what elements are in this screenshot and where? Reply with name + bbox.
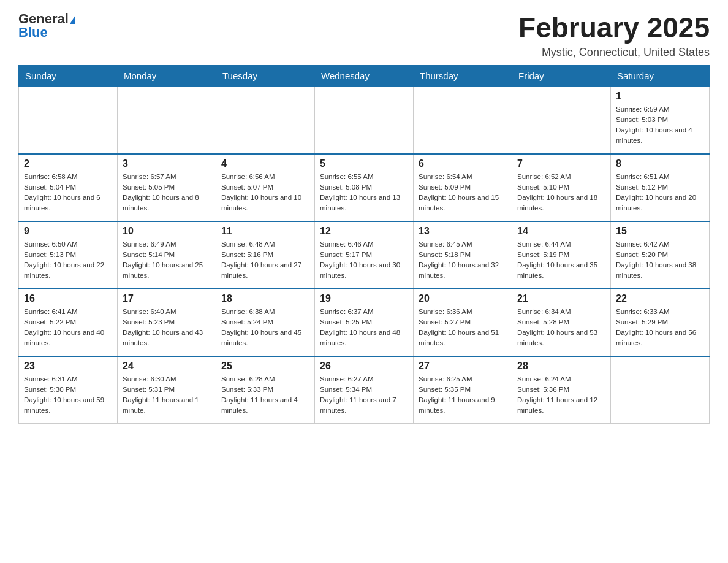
title-block: February 2025 Mystic, Connecticut, Unite… [518, 12, 710, 59]
calendar-cell: 14Sunrise: 6:44 AMSunset: 5:19 PMDayligh… [512, 221, 611, 289]
calendar-cell [611, 356, 710, 424]
logo-blue: Blue [18, 26, 48, 39]
day-number: 24 [123, 361, 211, 372]
calendar-header-row: Sunday Monday Tuesday Wednesday Thursday… [19, 65, 710, 86]
day-number: 15 [616, 226, 704, 237]
day-info: Sunrise: 6:36 AMSunset: 5:27 PMDaylight:… [419, 307, 507, 349]
day-number: 2 [24, 158, 112, 169]
calendar-cell: 10Sunrise: 6:49 AMSunset: 5:14 PMDayligh… [118, 221, 216, 289]
day-info: Sunrise: 6:31 AMSunset: 5:30 PMDaylight:… [24, 374, 112, 416]
calendar-week-row: 9Sunrise: 6:50 AMSunset: 5:13 PMDaylight… [19, 221, 710, 289]
calendar-cell: 27Sunrise: 6:25 AMSunset: 5:35 PMDayligh… [414, 356, 512, 424]
calendar-cell: 7Sunrise: 6:52 AMSunset: 5:10 PMDaylight… [512, 154, 611, 221]
day-info: Sunrise: 6:59 AMSunset: 5:03 PMDaylight:… [616, 104, 704, 147]
calendar-cell [19, 86, 118, 154]
day-info: Sunrise: 6:57 AMSunset: 5:05 PMDaylight:… [123, 172, 211, 214]
calendar-cell: 8Sunrise: 6:51 AMSunset: 5:12 PMDaylight… [611, 154, 710, 221]
day-number: 4 [221, 158, 309, 169]
logo-text: General [18, 12, 75, 26]
logo: General Blue [18, 12, 75, 39]
calendar-cell: 2Sunrise: 6:58 AMSunset: 5:04 PMDaylight… [19, 154, 118, 221]
calendar-cell: 19Sunrise: 6:37 AMSunset: 5:25 PMDayligh… [315, 289, 414, 356]
calendar-cell [118, 86, 216, 154]
day-number: 13 [419, 226, 507, 237]
calendar-table: Sunday Monday Tuesday Wednesday Thursday… [18, 65, 710, 424]
day-number: 27 [419, 361, 507, 372]
calendar-cell: 13Sunrise: 6:45 AMSunset: 5:18 PMDayligh… [414, 221, 512, 289]
col-monday: Monday [118, 65, 216, 86]
day-info: Sunrise: 6:25 AMSunset: 5:35 PMDaylight:… [419, 374, 507, 416]
day-number: 14 [517, 226, 605, 237]
logo-triangle-icon [70, 15, 75, 24]
day-info: Sunrise: 6:48 AMSunset: 5:16 PMDaylight:… [221, 239, 309, 282]
calendar-cell: 20Sunrise: 6:36 AMSunset: 5:27 PMDayligh… [414, 289, 512, 356]
day-number: 21 [517, 293, 605, 304]
calendar-cell: 16Sunrise: 6:41 AMSunset: 5:22 PMDayligh… [19, 289, 118, 356]
day-info: Sunrise: 6:42 AMSunset: 5:20 PMDaylight:… [616, 239, 704, 282]
day-number: 25 [221, 361, 309, 372]
day-info: Sunrise: 6:52 AMSunset: 5:10 PMDaylight:… [517, 172, 605, 214]
day-info: Sunrise: 6:54 AMSunset: 5:09 PMDaylight:… [419, 172, 507, 214]
day-info: Sunrise: 6:56 AMSunset: 5:07 PMDaylight:… [221, 172, 309, 214]
calendar-cell: 15Sunrise: 6:42 AMSunset: 5:20 PMDayligh… [611, 221, 710, 289]
calendar-cell: 11Sunrise: 6:48 AMSunset: 5:16 PMDayligh… [216, 221, 315, 289]
day-info: Sunrise: 6:45 AMSunset: 5:18 PMDaylight:… [419, 239, 507, 282]
day-info: Sunrise: 6:49 AMSunset: 5:14 PMDaylight:… [123, 239, 211, 282]
day-number: 9 [24, 226, 112, 237]
col-saturday: Saturday [611, 65, 710, 86]
day-info: Sunrise: 6:37 AMSunset: 5:25 PMDaylight:… [320, 307, 408, 349]
calendar-cell: 1Sunrise: 6:59 AMSunset: 5:03 PMDaylight… [611, 86, 710, 154]
calendar-week-row: 16Sunrise: 6:41 AMSunset: 5:22 PMDayligh… [19, 289, 710, 356]
day-number: 20 [419, 293, 507, 304]
col-sunday: Sunday [19, 65, 118, 86]
day-number: 19 [320, 293, 408, 304]
calendar-cell [216, 86, 315, 154]
day-info: Sunrise: 6:33 AMSunset: 5:29 PMDaylight:… [616, 307, 704, 349]
day-number: 7 [517, 158, 605, 169]
day-number: 22 [616, 293, 704, 304]
col-tuesday: Tuesday [216, 65, 315, 86]
day-info: Sunrise: 6:28 AMSunset: 5:33 PMDaylight:… [221, 374, 309, 416]
day-number: 11 [221, 226, 309, 237]
calendar-cell: 17Sunrise: 6:40 AMSunset: 5:23 PMDayligh… [118, 289, 216, 356]
day-number: 23 [24, 361, 112, 372]
calendar-cell: 5Sunrise: 6:55 AMSunset: 5:08 PMDaylight… [315, 154, 414, 221]
day-number: 26 [320, 361, 408, 372]
calendar-cell: 26Sunrise: 6:27 AMSunset: 5:34 PMDayligh… [315, 356, 414, 424]
calendar-cell: 12Sunrise: 6:46 AMSunset: 5:17 PMDayligh… [315, 221, 414, 289]
day-info: Sunrise: 6:40 AMSunset: 5:23 PMDaylight:… [123, 307, 211, 349]
calendar-cell: 23Sunrise: 6:31 AMSunset: 5:30 PMDayligh… [19, 356, 118, 424]
day-number: 6 [419, 158, 507, 169]
calendar-cell: 3Sunrise: 6:57 AMSunset: 5:05 PMDaylight… [118, 154, 216, 221]
day-number: 3 [123, 158, 211, 169]
day-number: 28 [517, 361, 605, 372]
calendar-cell: 24Sunrise: 6:30 AMSunset: 5:31 PMDayligh… [118, 356, 216, 424]
calendar-week-row: 2Sunrise: 6:58 AMSunset: 5:04 PMDaylight… [19, 154, 710, 221]
day-info: Sunrise: 6:58 AMSunset: 5:04 PMDaylight:… [24, 172, 112, 214]
calendar-cell: 6Sunrise: 6:54 AMSunset: 5:09 PMDaylight… [414, 154, 512, 221]
col-thursday: Thursday [414, 65, 512, 86]
month-title: February 2025 [518, 12, 710, 44]
location: Mystic, Connecticut, United States [518, 46, 710, 59]
calendar-cell: 18Sunrise: 6:38 AMSunset: 5:24 PMDayligh… [216, 289, 315, 356]
calendar-cell [414, 86, 512, 154]
calendar-cell: 21Sunrise: 6:34 AMSunset: 5:28 PMDayligh… [512, 289, 611, 356]
day-info: Sunrise: 6:51 AMSunset: 5:12 PMDaylight:… [616, 172, 704, 214]
day-number: 8 [616, 158, 704, 169]
day-number: 18 [221, 293, 309, 304]
day-number: 17 [123, 293, 211, 304]
day-info: Sunrise: 6:27 AMSunset: 5:34 PMDaylight:… [320, 374, 408, 416]
day-number: 12 [320, 226, 408, 237]
day-info: Sunrise: 6:34 AMSunset: 5:28 PMDaylight:… [517, 307, 605, 349]
page-header: General Blue February 2025 Mystic, Conne… [18, 12, 710, 59]
calendar-cell: 25Sunrise: 6:28 AMSunset: 5:33 PMDayligh… [216, 356, 315, 424]
calendar-cell: 28Sunrise: 6:24 AMSunset: 5:36 PMDayligh… [512, 356, 611, 424]
day-info: Sunrise: 6:44 AMSunset: 5:19 PMDaylight:… [517, 239, 605, 282]
day-number: 1 [616, 91, 704, 102]
calendar-cell [315, 86, 414, 154]
calendar-week-row: 1Sunrise: 6:59 AMSunset: 5:03 PMDaylight… [19, 86, 710, 154]
day-number: 16 [24, 293, 112, 304]
col-friday: Friday [512, 65, 611, 86]
day-number: 10 [123, 226, 211, 237]
day-info: Sunrise: 6:41 AMSunset: 5:22 PMDaylight:… [24, 307, 112, 349]
